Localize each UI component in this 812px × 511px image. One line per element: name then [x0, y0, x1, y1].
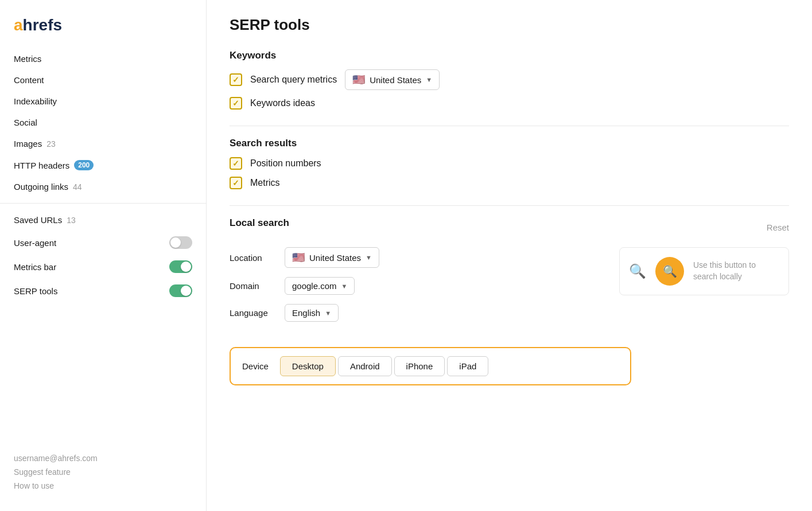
device-ipad-button[interactable]: iPad [447, 356, 488, 376]
us-flag-icon: 🇺🇸 [352, 73, 365, 86]
user-email[interactable]: username@ahrefs.com [14, 454, 192, 463]
location-row: Location 🇺🇸 United States ▼ [230, 247, 602, 268]
main-content: SERP tools Keywords ✓ Search query metri… [207, 0, 812, 511]
position-numbers-row: ✓ Position numbers [230, 157, 789, 170]
saved-urls-count: 13 [67, 216, 76, 225]
sidebar-item-http-headers[interactable]: HTTP headers 200 [0, 154, 206, 176]
location-label: Location [230, 253, 275, 263]
checkmark-icon: ✓ [232, 75, 239, 84]
keywords-section: Keywords ✓ Search query metrics 🇺🇸 Unite… [230, 50, 789, 110]
search-button-icon: 🔍 [663, 264, 677, 278]
serp-tools-toggle[interactable] [169, 284, 192, 297]
metrics-checkbox[interactable]: ✓ [230, 177, 242, 189]
search-hint-text: Use this button to search locally [693, 260, 779, 282]
position-numbers-label: Position numbers [250, 158, 321, 169]
dropdown-arrow-icon: ▼ [325, 310, 331, 317]
sidebar-item-metrics-bar: Metrics bar [0, 255, 206, 279]
keywords-ideas-row: ✓ Keywords ideas [230, 97, 789, 110]
logo-a: a [14, 16, 23, 34]
search-query-metrics-label: Search query metrics [250, 75, 337, 85]
sidebar-item-label: Content [14, 75, 44, 85]
sidebar-item-social[interactable]: Social [0, 112, 206, 133]
sidebar-item-content[interactable]: Content [0, 69, 206, 91]
local-search-content: Location 🇺🇸 United States ▼ Domain googl… [230, 247, 789, 331]
nav-divider [0, 203, 206, 204]
sidebar-item-label: SERP tools [14, 286, 57, 296]
search-query-metrics-row: ✓ Search query metrics 🇺🇸 United States … [230, 69, 789, 90]
country-value: United States [370, 75, 421, 85]
country-dropdown[interactable]: 🇺🇸 United States ▼ [345, 69, 440, 90]
language-label: Language [230, 308, 275, 318]
checkmark-icon: ✓ [232, 178, 239, 188]
domain-row: Domain google.com ▼ [230, 277, 602, 295]
domain-value: google.com [292, 281, 337, 291]
checkmark-icon: ✓ [232, 159, 239, 168]
device-label: Device [242, 361, 269, 371]
dropdown-arrow-icon: ▼ [426, 76, 432, 83]
sidebar-item-metrics[interactable]: Metrics [0, 48, 206, 69]
logo-rest: hrefs [23, 16, 62, 34]
dropdown-arrow-icon: ▼ [366, 254, 372, 261]
us-flag-icon: 🇺🇸 [292, 251, 305, 264]
sidebar-item-indexability[interactable]: Indexability [0, 91, 206, 112]
metrics-bar-toggle[interactable] [169, 260, 192, 273]
suggest-feature-link[interactable]: Suggest feature [14, 467, 192, 477]
user-agent-toggle[interactable] [169, 236, 192, 249]
local-search-section: Local search Reset Location 🇺🇸 United St… [230, 217, 789, 331]
dropdown-arrow-icon: ▼ [341, 283, 348, 290]
position-numbers-checkbox[interactable]: ✓ [230, 157, 242, 170]
device-desktop-button[interactable]: Desktop [280, 356, 336, 376]
sidebar-footer: username@ahrefs.com Suggest feature How … [0, 444, 206, 500]
device-android-button[interactable]: Android [338, 356, 392, 376]
sidebar-item-label: Metrics bar [14, 262, 56, 272]
domain-dropdown[interactable]: google.com ▼ [285, 277, 355, 295]
sidebar-item-label: Social [14, 118, 37, 127]
reset-button[interactable]: Reset [767, 223, 789, 232]
search-results-section: Search results ✓ Position numbers ✓ Metr… [230, 138, 789, 189]
sidebar-item-outgoing-links[interactable]: Outgoing links 44 [0, 176, 206, 197]
sidebar-item-label: Images [14, 139, 42, 149]
local-search-header: Local search Reset [230, 217, 789, 237]
sidebar-item-saved-urls[interactable]: Saved URLs 13 [0, 209, 206, 231]
sidebar-item-serp-tools: SERP tools [0, 279, 206, 303]
sidebar-item-label: HTTP headers [14, 161, 69, 170]
http-headers-badge: 200 [74, 160, 94, 170]
keywords-ideas-label: Keywords ideas [250, 98, 315, 108]
sidebar-item-label: Saved URLs [14, 215, 62, 225]
metrics-row: ✓ Metrics [230, 177, 789, 189]
search-query-metrics-checkbox[interactable]: ✓ [230, 73, 242, 86]
local-search-area: 🔍 🔍 Use this button to search locally [619, 247, 789, 295]
outgoing-links-count: 44 [73, 182, 82, 192]
sidebar-item-label: Metrics [14, 54, 41, 64]
sidebar-item-images[interactable]: Images 23 [0, 133, 206, 154]
how-to-link[interactable]: How to use [14, 481, 192, 490]
section-separator-1 [230, 126, 789, 126]
location-dropdown[interactable]: 🇺🇸 United States ▼ [285, 247, 379, 268]
keywords-ideas-checkbox[interactable]: ✓ [230, 97, 242, 110]
device-buttons: Desktop Android iPhone iPad [280, 356, 488, 376]
keywords-heading: Keywords [230, 50, 789, 61]
domain-label: Domain [230, 281, 275, 291]
sidebar-nav: Metrics Content Indexability Social Imag… [0, 48, 206, 444]
page-title: SERP tools [230, 16, 789, 34]
language-value: English [292, 308, 320, 318]
sidebar-item-user-agent: User-agent [0, 231, 206, 255]
fields-column: Location 🇺🇸 United States ▼ Domain googl… [230, 247, 602, 331]
local-search-heading: Local search [230, 217, 289, 229]
device-iphone-button[interactable]: iPhone [394, 356, 445, 376]
location-value: United States [309, 253, 361, 263]
checkmark-icon: ✓ [232, 99, 239, 108]
sidebar: ahrefs Metrics Content Indexability Soci… [0, 0, 207, 511]
logo: ahrefs [0, 11, 206, 48]
sidebar-item-label: User-agent [14, 238, 56, 248]
section-separator-2 [230, 205, 789, 206]
sidebar-item-label: Indexability [14, 96, 57, 106]
sidebar-item-label: Outgoing links [14, 182, 68, 192]
language-dropdown[interactable]: English ▼ [285, 304, 339, 322]
search-icon: 🔍 [629, 263, 646, 279]
language-row: Language English ▼ [230, 304, 602, 322]
search-results-heading: Search results [230, 138, 789, 149]
local-search-button[interactable]: 🔍 [655, 257, 684, 286]
metrics-label: Metrics [250, 178, 280, 188]
images-count: 23 [46, 139, 56, 149]
